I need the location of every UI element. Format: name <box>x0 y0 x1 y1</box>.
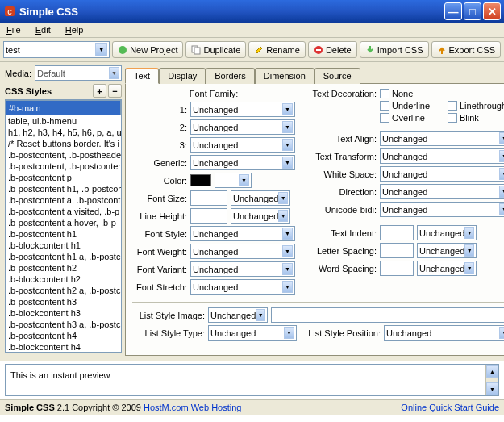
sidebar: Media: Default ▼ CSS Styles + − #b-main … <box>0 62 125 361</box>
tab-display[interactable]: Display <box>159 68 206 84</box>
underline-checkbox[interactable]: Underline <box>380 101 444 111</box>
delete-button[interactable]: Delete <box>308 41 357 58</box>
svg-point-2 <box>119 46 127 54</box>
list-item[interactable]: .b-postcontent h2 a, .b-postco <box>6 285 121 296</box>
unicode-bidi-label: Unicode-bidi: <box>309 205 377 215</box>
scrollbar[interactable]: ▲ ▼ <box>485 365 498 395</box>
list-item[interactable]: .b-blockcontent h2 <box>6 274 121 285</box>
text-transform-select[interactable]: Unchanged▼ <box>380 148 504 164</box>
rename-icon <box>254 45 264 55</box>
list-style-position-select[interactable]: Unchanged▼ <box>384 325 504 341</box>
list-item[interactable]: .b-postcontent h1, .b-postcont <box>6 183 121 194</box>
css-styles-list[interactable]: #b-main table, ul.b-hmenu h1, h2, h3, h4… <box>5 99 122 353</box>
tab-borders[interactable]: Borders <box>206 68 255 84</box>
linethrough-checkbox[interactable]: Linethrough <box>448 101 504 111</box>
titlebar: c Simple CSS — □ ✕ <box>0 0 504 23</box>
list-item[interactable]: .b-postcontent h1 a, .b-postco <box>6 251 121 262</box>
list-item[interactable]: .b-blockcontent h4 <box>6 341 121 353</box>
new-project-button[interactable]: New Project <box>112 41 183 58</box>
white-space-select[interactable]: Unchanged▼ <box>380 166 504 182</box>
project-select[interactable]: test ▼ <box>3 41 110 58</box>
menu-file[interactable]: File <box>3 24 24 36</box>
font-family-3-select[interactable]: Unchanged▼ <box>190 137 295 153</box>
blink-checkbox[interactable]: Blink <box>448 113 504 123</box>
new-icon <box>118 45 127 55</box>
scroll-down-icon[interactable]: ▼ <box>486 382 498 395</box>
color-select[interactable]: ▼ <box>215 173 252 188</box>
font-style-select[interactable]: Unchanged▼ <box>190 226 295 241</box>
menu-edit[interactable]: Edit <box>32 24 54 36</box>
tab-text[interactable]: Text <box>125 68 159 84</box>
font-family-2-select[interactable]: Unchanged▼ <box>190 119 295 135</box>
list-item[interactable]: .b-postcontent h4 <box>6 330 121 341</box>
letter-spacing-unit-select[interactable]: Unchanged▼ <box>417 243 477 258</box>
rename-button[interactable]: Rename <box>248 41 306 58</box>
direction-select[interactable]: Unchanged▼ <box>380 184 504 199</box>
duplicate-button[interactable]: Duplicate <box>185 41 246 58</box>
none-checkbox[interactable]: None <box>380 89 444 98</box>
add-style-button[interactable]: + <box>93 84 106 98</box>
text-indent-input[interactable] <box>380 225 414 240</box>
remove-style-button[interactable]: − <box>108 84 122 98</box>
list-item[interactable]: .b-postcontent, .b-postheader <box>6 149 121 161</box>
chevron-down-icon: ▼ <box>499 150 504 162</box>
chevron-down-icon: ▼ <box>499 203 504 215</box>
menu-help[interactable]: Help <box>62 24 87 36</box>
chevron-down-icon: ▼ <box>282 103 293 115</box>
word-spacing-unit-select[interactable]: Unchanged▼ <box>417 261 477 276</box>
list-item[interactable]: .b-blockcontent h1 <box>6 240 121 251</box>
list-item[interactable]: .b-postcontent h3 a, .b-postco <box>6 319 121 330</box>
font-size-unit-select[interactable]: Unchanged▼ <box>231 190 290 206</box>
text-indent-label: Text Indent: <box>309 228 377 238</box>
import-css-button[interactable]: Import CSS <box>360 41 429 58</box>
list-item[interactable]: .b-postcontent h2 <box>6 262 121 274</box>
font-variant-select[interactable]: Unchanged▼ <box>190 261 295 277</box>
tab-dimension[interactable]: Dimension <box>255 68 314 84</box>
line-height-unit-select[interactable]: Unchanged▼ <box>231 208 290 224</box>
font-family-1-select[interactable]: Unchanged▼ <box>190 102 295 117</box>
font-weight-select[interactable]: Unchanged▼ <box>190 244 295 259</box>
overline-checkbox[interactable]: Overline <box>380 113 444 123</box>
chevron-down-icon: ▼ <box>95 43 107 56</box>
line-height-input[interactable] <box>190 208 227 224</box>
unicode-bidi-select[interactable]: Unchanged▼ <box>380 202 504 217</box>
generic-select[interactable]: Unchanged▼ <box>190 155 295 170</box>
list-item[interactable]: .b-postcontent a:visited, .b-p <box>6 206 121 217</box>
media-select[interactable]: Default ▼ <box>35 65 122 81</box>
close-button[interactable]: ✕ <box>483 2 501 20</box>
text-transform-label: Text Transform: <box>309 152 377 161</box>
list-item[interactable]: table, ul.b-hmenu <box>6 115 121 127</box>
word-spacing-input[interactable] <box>380 261 414 276</box>
hostm-link[interactable]: HostM.com Web Hosting <box>144 403 241 412</box>
font-size-input[interactable] <box>190 190 227 206</box>
letter-spacing-input[interactable] <box>380 243 414 258</box>
list-item[interactable]: .b-postcontent, .b-postcontent <box>6 161 121 172</box>
font-stretch-select[interactable]: Unchanged▼ <box>190 279 295 295</box>
tab-source[interactable]: Source <box>314 68 360 84</box>
list-style-image-select[interactable]: Unchanged▼ <box>208 307 268 323</box>
list-item[interactable]: .b-postcontent h3 <box>6 296 121 307</box>
list-style-type-select[interactable]: Unchanged▼ <box>208 325 297 341</box>
list-item[interactable]: .b-blockcontent h3 <box>6 307 121 319</box>
list-item[interactable]: .b-postcontent a, .b-postconte <box>6 194 121 206</box>
maximize-button[interactable]: □ <box>464 2 481 20</box>
scroll-up-icon[interactable]: ▲ <box>486 365 498 378</box>
export-css-button[interactable]: Export CSS <box>431 41 501 58</box>
color-swatch[interactable] <box>190 174 211 186</box>
chevron-down-icon: ▼ <box>464 262 474 274</box>
list-style-image-input[interactable] <box>271 307 504 323</box>
list-item[interactable]: .b-postcontent h1 <box>6 228 121 240</box>
minimize-button[interactable]: — <box>444 2 462 20</box>
list-item[interactable]: .b-postcontent a:hover, .b-p <box>6 217 121 228</box>
divider <box>132 302 504 303</box>
list-item[interactable]: .b-postcontent p <box>6 172 121 183</box>
statusbar: Simple CSS 2.1 Copyright © 2009 HostM.co… <box>0 399 504 415</box>
list-item[interactable]: #b-main <box>6 100 121 115</box>
quick-start-link[interactable]: Online Quick Start Guide <box>401 403 499 412</box>
text-align-select[interactable]: Unchanged▼ <box>380 131 504 146</box>
chevron-down-icon: ▼ <box>464 227 474 239</box>
list-item[interactable]: h1, h2, h3, h4, h5, h6, p, a, ul <box>6 127 121 138</box>
ff3-label: 3: <box>132 140 187 150</box>
list-item[interactable]: /* Reset buttons border. It's i <box>6 138 121 149</box>
text-indent-unit-select[interactable]: Unchanged▼ <box>417 225 477 240</box>
